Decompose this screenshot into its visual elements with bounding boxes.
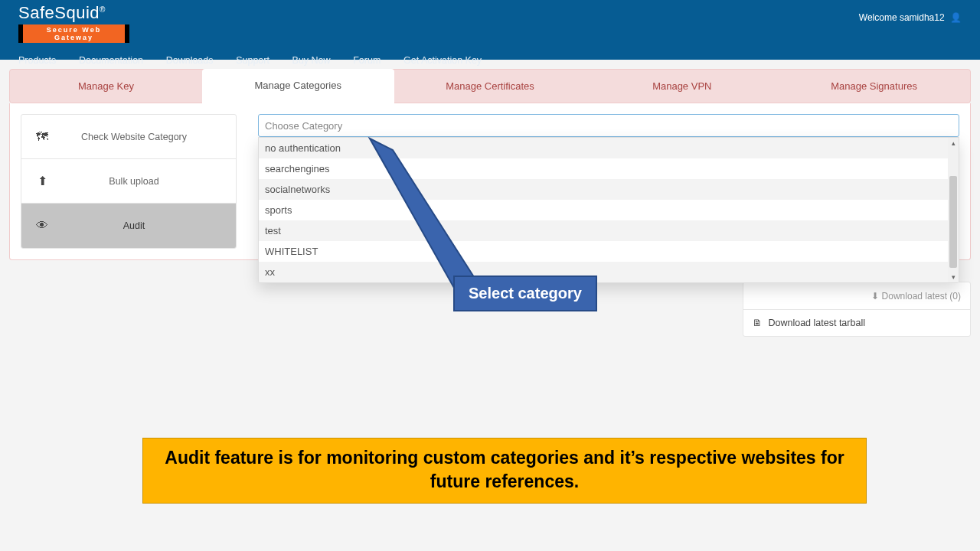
- scroll-thumb[interactable]: [949, 176, 957, 268]
- nav-activation-key[interactable]: Get Activation Key: [403, 51, 482, 75]
- option-no-authentication[interactable]: no authentication: [259, 138, 959, 158]
- sidebar-item-audit[interactable]: 👁 Audit: [21, 204, 236, 248]
- sidebar-item-label: Bulk upload: [63, 176, 236, 187]
- header: SafeSquid® Secure Web Gateway Welcome sa…: [0, 0, 980, 60]
- nav-forum[interactable]: Forum: [353, 51, 381, 75]
- download-tarball-link[interactable]: 🗎 Download latest tarball: [743, 310, 970, 336]
- file-icon: 🗎: [753, 318, 763, 328]
- option-sports[interactable]: sports: [259, 200, 959, 220]
- callout: Select category: [453, 276, 597, 311]
- dropdown-scrollbar[interactable]: ▴ ▾: [948, 138, 959, 282]
- option-xx[interactable]: xx: [259, 262, 959, 282]
- scroll-up-icon[interactable]: ▴: [948, 138, 959, 148]
- eye-icon: 👁: [21, 219, 63, 233]
- download-panel: ⬇ Download latest (0) 🗎 Download latest …: [743, 282, 971, 337]
- nav-products[interactable]: Products: [18, 51, 56, 75]
- callout-label: Select category: [453, 276, 597, 311]
- top-nav: Products Documentation Downloads Support…: [18, 51, 962, 75]
- main-panel: no authentication searchengines socialne…: [237, 114, 959, 249]
- option-test[interactable]: test: [259, 220, 959, 241]
- nav-support[interactable]: Support: [236, 51, 270, 75]
- nav-documentation[interactable]: Documentation: [79, 51, 143, 75]
- sidebar-item-label: Check Website Category: [63, 132, 236, 142]
- nav-downloads[interactable]: Downloads: [166, 51, 214, 75]
- option-searchengines[interactable]: searchengines: [259, 158, 959, 179]
- welcome-user: samidha12: [900, 12, 945, 23]
- download-head-text: Download latest (0): [882, 291, 961, 302]
- sidebar-item-bulk-upload[interactable]: ⬆ Bulk upload: [21, 159, 236, 204]
- upload-icon: ⬆: [21, 174, 63, 188]
- welcome-text: Welcome samidha12 👤: [859, 12, 962, 23]
- info-banner: Audit feature is for monitoring custom c…: [142, 438, 867, 504]
- sidebar-item-label: Audit: [63, 220, 236, 231]
- content: Manage Key Manage Categories Manage Cert…: [0, 60, 980, 269]
- user-icon: 👤: [950, 12, 962, 23]
- option-whitelist[interactable]: WHITELIST: [259, 241, 959, 262]
- brand-reg: ®: [100, 5, 106, 14]
- option-socialnetworks[interactable]: socialnetworks: [259, 179, 959, 200]
- brand-name-text: SafeSquid: [18, 3, 100, 22]
- body-row: 🗺 Check Website Category ⬆ Bulk upload 👁…: [9, 103, 971, 260]
- sidebar-item-check-category[interactable]: 🗺 Check Website Category: [21, 115, 236, 159]
- download-body-text: Download latest tarball: [768, 318, 864, 328]
- sitemap-icon: 🗺: [21, 130, 63, 144]
- sidebar: 🗺 Check Website Category ⬆ Bulk upload 👁…: [21, 114, 237, 249]
- category-input[interactable]: [265, 120, 952, 132]
- brand-logo: SafeSquid® Secure Web Gateway: [18, 3, 129, 43]
- nav-buy-now[interactable]: Buy Now: [292, 51, 331, 75]
- brand-name: SafeSquid®: [18, 3, 106, 22]
- brand-tagline: Secure Web Gateway: [18, 24, 129, 43]
- category-dropdown: no authentication searchengines socialne…: [258, 137, 959, 283]
- download-icon: ⬇: [871, 291, 879, 302]
- welcome-prefix: Welcome: [859, 12, 900, 23]
- category-combobox[interactable]: [258, 114, 959, 137]
- scroll-down-icon[interactable]: ▾: [948, 272, 959, 282]
- download-panel-head: ⬇ Download latest (0): [743, 282, 970, 310]
